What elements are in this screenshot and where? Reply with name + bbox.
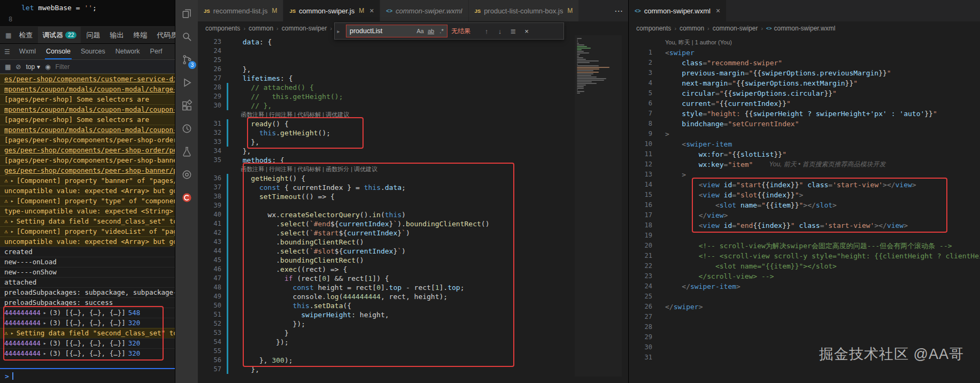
code-line[interactable]: 25 xyxy=(629,292,980,302)
line-number[interactable]: 46 xyxy=(198,265,230,274)
line-number[interactable]: 12 xyxy=(629,159,661,170)
line-number[interactable]: 28 xyxy=(629,322,661,332)
code-line[interactable]: 42 .select(`#start${currentIndex}`) xyxy=(198,228,628,238)
testing-icon[interactable] xyxy=(175,140,198,163)
code-line[interactable]: 31 ready() { xyxy=(198,119,628,128)
code-line[interactable]: 46 .exec((rect) => { xyxy=(198,265,628,274)
explorer-icon[interactable] xyxy=(175,2,198,25)
find-input[interactable] xyxy=(346,27,415,35)
line-number[interactable]: 40 xyxy=(198,210,230,219)
code-line[interactable]: 12 wx:key="item"You, 前天 • 首页搜索页推荐商品模块开发 xyxy=(629,159,980,170)
code-line[interactable]: 22 <slot name="{{item}}"></slot> xyxy=(629,261,980,271)
code-line[interactable]: 32 this.getHeight(); xyxy=(198,128,628,137)
line-number[interactable]: 18 xyxy=(629,220,661,231)
expand-icon[interactable]: ▸ xyxy=(11,227,14,236)
code-line[interactable]: 6 current="{{currentIndex}}" xyxy=(629,98,980,109)
code-line[interactable]: 8 bindchange="setCurrentIndex" xyxy=(629,119,980,129)
line-number[interactable]: 45 xyxy=(198,256,230,265)
expand-icon[interactable]: ▸ xyxy=(11,196,14,206)
code-line[interactable]: 19 xyxy=(629,231,980,241)
line-number[interactable]: 1 xyxy=(629,48,661,58)
expand-icon[interactable]: ▸ xyxy=(11,176,14,186)
code-line[interactable]: 54 }); xyxy=(198,338,628,347)
line-number[interactable]: 35 xyxy=(198,156,230,165)
line-number[interactable]: 55 xyxy=(198,347,230,356)
line-number[interactable]: 37 xyxy=(198,183,230,192)
console-warning-row[interactable]: type-uncompatible value: expected <Strin… xyxy=(0,206,175,216)
expand-icon[interactable]: ▸ xyxy=(43,308,47,318)
line-number[interactable]: 9 xyxy=(629,129,661,139)
code-line[interactable]: 53 } xyxy=(198,328,628,338)
code-line[interactable]: 41 .select(`#end${currentIndex}`).boundi… xyxy=(198,219,628,228)
find-previous-icon[interactable]: ↑ xyxy=(482,27,491,35)
line-number[interactable]: 30 xyxy=(198,101,230,110)
line-number[interactable]: 23 xyxy=(198,37,230,47)
inline-lens-text[interactable]: You, 昨天 | 1 author (You) xyxy=(661,37,732,48)
breadcrumb-item-common-swiper.wxml[interactable]: <>common-swiper.wxml xyxy=(766,25,835,32)
find-next-icon[interactable]: ↓ xyxy=(495,27,505,35)
console-log-row[interactable]: preloadSubpackages: subpackage, subpacka… xyxy=(0,287,175,297)
code-line[interactable]: 26 }, xyxy=(198,65,628,74)
line-number[interactable]: 20 xyxy=(629,241,661,251)
editor-tab-recommend-list.js[interactable]: JSrecommend-list.jsM xyxy=(198,0,283,21)
console-warning-row[interactable]: ⚠▸Setting data field "second_class_set" … xyxy=(0,328,175,338)
line-number[interactable]: 26 xyxy=(629,302,661,312)
inline-lens-text[interactable]: 函数注释 | 行间注释 | 代码标解 | 函数拆分 | 调优建议 xyxy=(230,165,377,174)
expand-icon[interactable]: ▸ xyxy=(11,328,14,338)
code-line[interactable]: 48 const height = rect[0].top - rect[1].… xyxy=(198,283,628,292)
console-warning-row[interactable]: uncompatible value: expected <Array> but… xyxy=(0,186,175,196)
line-number[interactable]: 30 xyxy=(629,342,661,353)
line-number[interactable]: 22 xyxy=(629,261,661,271)
console-warning-row[interactable]: mponents/coupon/modals/coupon-modal/coup… xyxy=(0,125,175,135)
breadcrumb-item-components[interactable]: components xyxy=(636,25,671,32)
line-number[interactable]: 4 xyxy=(629,78,661,88)
line-number[interactable]: 21 xyxy=(629,251,661,261)
code-line[interactable]: 27 xyxy=(629,312,980,322)
code-line[interactable]: 44 .select(`#slot${currentIndex}`) xyxy=(198,247,628,256)
minimap[interactable] xyxy=(575,35,622,377)
line-number[interactable]: 29 xyxy=(629,332,661,342)
console-warning-row[interactable]: [pages/peer-shop/components/peer-shop-or… xyxy=(0,135,175,145)
devtools-subtab-wxml[interactable]: Wxml xyxy=(18,44,37,59)
close-icon[interactable]: × xyxy=(522,27,531,35)
line-number[interactable]: 6 xyxy=(629,98,661,109)
code-line[interactable]: 14 <view id="start{{index}}" class='star… xyxy=(629,180,980,190)
code-line[interactable]: 26</swiper> xyxy=(629,302,980,312)
code-line[interactable]: 15 <view id="slot{{index}}"> xyxy=(629,190,980,200)
line-number[interactable]: 32 xyxy=(198,128,230,137)
line-number[interactable]: 31 xyxy=(198,119,230,128)
code-line[interactable]: 33 }, xyxy=(198,137,628,147)
more-actions-icon[interactable]: ⋯ xyxy=(614,0,623,21)
code-line[interactable]: 35 methods: { xyxy=(198,156,628,165)
code-line[interactable]: 16 <slot name="{{item}}"></slot> xyxy=(629,200,980,210)
close-icon[interactable]: × xyxy=(716,6,720,15)
code-line[interactable]: 40 wx.createSelectorQuery().in(this) xyxy=(198,210,628,219)
line-number[interactable]: 16 xyxy=(629,200,661,210)
editor-tab-product-list-column-box.js[interactable]: JSproduct-list-column-box.jsM xyxy=(469,0,580,21)
console-warning-row[interactable]: ⚠▸Setting data field "second_class_set" … xyxy=(0,216,175,226)
line-number[interactable]: 54 xyxy=(198,338,230,347)
line-number[interactable]: 17 xyxy=(629,210,661,220)
line-number[interactable]: 14 xyxy=(629,180,661,190)
devtools-subtab-console[interactable]: Console xyxy=(45,44,72,59)
line-number[interactable]: 3 xyxy=(629,68,661,78)
code-line[interactable]: 34 }, xyxy=(198,147,628,156)
editor-tab-common-swiper.wxml[interactable]: <>common-swiper.wxml xyxy=(380,0,468,21)
code-line[interactable]: 17 </view> xyxy=(629,210,980,220)
code-editor-wxml[interactable]: You, 昨天 | 1 author (You)1<swiper2 class=… xyxy=(629,35,980,383)
line-number[interactable]: 29 xyxy=(198,92,230,101)
code-line[interactable]: 51 swiperHeight: height, xyxy=(198,310,628,319)
inline-lens-text[interactable]: 函数注释 | 行间注释 | 代码标解 | 调优建议 xyxy=(230,110,349,119)
extensions-icon[interactable] xyxy=(175,94,198,117)
code-line[interactable]: 18 <view id="end{{index}}" class='start-… xyxy=(629,220,980,231)
devtools-source-snippet[interactable]: let mwebBase = ''; 8 xyxy=(0,0,175,27)
breadcrumb-item-common[interactable]: common xyxy=(680,25,704,32)
code-line[interactable]: 4 next-margin="{{swiperOptions.nextMargi… xyxy=(629,78,980,88)
code-line[interactable]: 5 circular="{{swiperOptions.circular}}" xyxy=(629,88,980,98)
line-number[interactable]: 7 xyxy=(629,109,661,119)
console-filter-input[interactable]: Filter xyxy=(56,63,70,71)
panel-grid-icon[interactable]: ▦ xyxy=(5,32,11,39)
console-log-row[interactable]: 444444444▸(3) [{…}, {…}, {…}]320 xyxy=(0,318,175,328)
console-log-row[interactable]: created xyxy=(0,247,175,257)
line-number[interactable]: 50 xyxy=(198,301,230,310)
